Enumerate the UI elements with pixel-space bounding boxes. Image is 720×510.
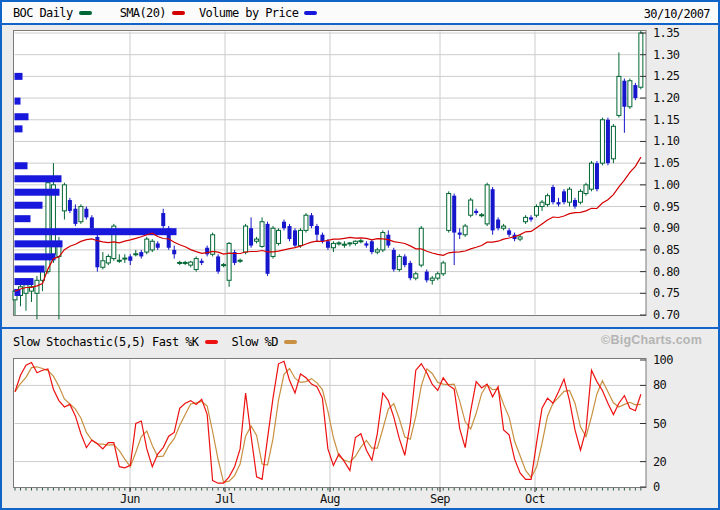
volume-by-price-bar	[15, 278, 34, 285]
month-label: Aug	[310, 492, 350, 506]
candle-body-down	[68, 200, 72, 211]
price-axis-label: 0.90	[653, 221, 680, 235]
main-legend-bar: BOC Daily SMA(20) Volume by Price 30/10/…	[2, 2, 718, 23]
price-axis-label: 0.70	[653, 308, 680, 322]
price-axis-label: 0.95	[653, 200, 680, 214]
volume-by-price-bar	[15, 189, 60, 196]
stoch-axis-label: 50	[653, 417, 666, 431]
stoch-k-label: Slow Stochastic(5,5) Fast %K	[13, 335, 199, 349]
candle-body-down	[293, 230, 297, 245]
sma-swatch-icon	[172, 11, 185, 15]
candle-body-up	[331, 243, 335, 247]
candle-body-down	[161, 213, 165, 226]
volume-by-price-bar	[15, 215, 31, 222]
candle-body-down	[84, 209, 88, 218]
volume-by-price-bar	[15, 266, 45, 273]
candle-body-down	[249, 228, 253, 245]
volume-by-price-bar	[15, 240, 63, 247]
candle-body-down	[474, 211, 478, 213]
candle-body-up	[617, 76, 621, 115]
stoch-legend: Slow Stochastic(5,5) Fast %K Slow %D	[2, 335, 303, 349]
candle-body-up	[546, 196, 550, 205]
candle-body-up	[578, 191, 582, 202]
price-axis-label: 0.80	[653, 265, 680, 279]
candle-body-down	[216, 256, 220, 271]
price-axis-label: 0.75	[653, 286, 680, 300]
candle-body-up	[381, 233, 385, 250]
stoch-d-swatch-icon	[284, 340, 297, 344]
candle-body-up	[194, 259, 198, 270]
candle-body-up	[485, 185, 489, 224]
candle-body-down	[458, 233, 462, 235]
stoch-axis-label: 80	[653, 378, 666, 392]
candle-body-down	[200, 261, 204, 263]
candle-body-down	[557, 202, 561, 204]
candle-body-down	[551, 187, 555, 202]
price-axis-label: 1.05	[653, 156, 680, 170]
candle-body-up	[502, 226, 506, 228]
candle-body-up	[277, 230, 281, 243]
candle-body-down	[156, 243, 160, 247]
candle-body-up	[430, 278, 434, 280]
candle-body-up	[535, 207, 539, 216]
price-axis-label: 1.35	[653, 26, 680, 40]
candle-body-down	[320, 235, 324, 242]
candle-body-up	[260, 222, 264, 247]
candle-body-up	[101, 261, 105, 268]
candle-body-up	[304, 215, 308, 230]
candle-body-down	[73, 209, 77, 224]
candle-body-down	[408, 263, 412, 278]
volume-by-price-bar	[15, 162, 28, 169]
price-and-stochastic-chart	[0, 0, 720, 510]
candle-body-up	[600, 120, 604, 163]
candle-body-up	[639, 33, 643, 87]
candle-body-down	[326, 241, 330, 248]
candle-body-up	[62, 185, 66, 211]
candle-body-up	[244, 226, 248, 252]
stoch-divider	[2, 327, 718, 329]
volume-by-price-bar	[15, 202, 43, 209]
candle-body-down	[622, 81, 626, 107]
candle-body-down	[595, 163, 599, 189]
candle-body-down	[282, 222, 286, 229]
candle-body-up	[469, 200, 473, 215]
candle-body-down	[633, 85, 637, 98]
volume-by-price-bar	[15, 175, 62, 182]
price-axis-label: 1.00	[653, 178, 680, 192]
volume-by-price-bar	[15, 113, 29, 120]
candle-body-down	[370, 241, 374, 252]
candle-body-up	[524, 217, 528, 221]
volume-by-price-bar	[15, 253, 56, 260]
candle-body-up	[584, 185, 588, 194]
bigcharts-watermark: ©BigCharts.com	[601, 333, 702, 347]
candle-body-up	[24, 285, 28, 294]
stoch-d-label: Slow %D	[232, 335, 278, 349]
candle-body-down	[90, 217, 94, 228]
stoch-k-swatch-icon	[205, 340, 218, 344]
price-axis-label: 1.20	[653, 91, 680, 105]
stoch-axis-label: 20	[653, 455, 666, 469]
candle-body-down	[315, 226, 319, 235]
stoch-axis-label: 100	[653, 353, 673, 367]
candle-body-down	[573, 200, 577, 207]
candle-body-up	[436, 274, 440, 278]
series-label: BOC Daily	[13, 6, 73, 20]
volume-by-price-bar	[15, 98, 21, 105]
candle-body-down	[288, 226, 292, 239]
candle-body-up	[441, 263, 445, 274]
candle-body-up	[150, 241, 154, 250]
candle-body-down	[606, 120, 610, 163]
last-date-label: 30/10/2007	[644, 7, 710, 21]
vbp-swatch-icon	[304, 11, 317, 15]
series-swatch-icon	[79, 11, 92, 15]
price-axis-label: 1.10	[653, 134, 680, 148]
candle-body-up	[79, 207, 83, 222]
candle-body-up	[397, 256, 401, 269]
candle-body-down	[403, 256, 407, 265]
candle-body-up	[540, 202, 544, 206]
candle-body-down	[139, 252, 143, 256]
candle-body-down	[452, 196, 456, 233]
candle-body-down	[309, 215, 313, 226]
price-axis-label: 0.85	[653, 243, 680, 257]
candle-body-up	[611, 126, 615, 159]
